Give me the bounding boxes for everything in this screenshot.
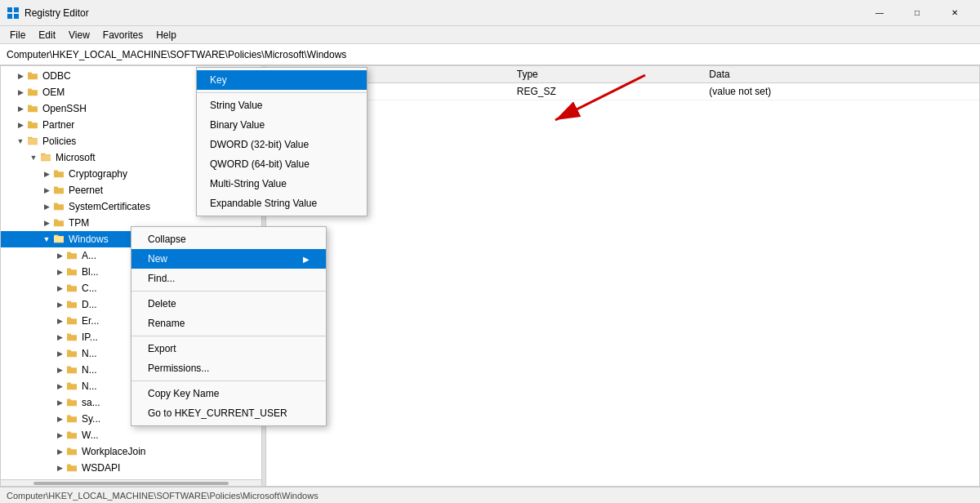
col-type[interactable]: Type (510, 66, 703, 83)
ctx-delete[interactable]: Delete (131, 294, 326, 314)
expand-workplacejoin[interactable]: ▶ (53, 447, 66, 456)
tree-label-ip: IP... (82, 332, 98, 343)
tree-item-workplacejoin[interactable]: ▶ WorkplaceJoin (1, 443, 261, 460)
ctx-export[interactable]: Export (131, 339, 326, 358)
submenu-multistring-value[interactable]: Multi-String Value (197, 174, 367, 194)
tree-item-wsdapi[interactable]: ▶ WSDAPI (1, 460, 261, 476)
ctx-goto-hkcu[interactable]: Go to HKEY_CURRENT_USER (131, 403, 326, 423)
scrollbar-thumb[interactable] (33, 482, 229, 485)
menu-bar: File Edit View Favorites Help (0, 26, 980, 44)
tree-label-n2: N... (82, 364, 97, 376)
expand-peernet[interactable]: ▶ (40, 186, 53, 194)
submenu-qword-value[interactable]: QWORD (64-bit) Value (197, 154, 367, 174)
table-row[interactable]: ab (Default) REG_SZ (value not set) (266, 83, 979, 100)
expand-sa[interactable]: ▶ (53, 398, 66, 407)
expand-microsoft[interactable]: ▼ (27, 154, 40, 162)
expand-er[interactable]: ▶ (53, 317, 66, 325)
submenu-string-value[interactable]: String Value (197, 96, 367, 115)
folder-icon-a (66, 250, 79, 262)
expand-d[interactable]: ▶ (53, 300, 66, 309)
col-data[interactable]: Data (702, 66, 979, 83)
tree-label-c: C... (82, 283, 97, 294)
folder-icon-bl (66, 266, 79, 278)
expand-w[interactable]: ▶ (53, 431, 66, 439)
submenu-expandable-value-label: Expandable String Value (210, 198, 317, 209)
expand-tpm[interactable]: ▶ (40, 219, 53, 227)
menu-edit[interactable]: Edit (32, 28, 62, 42)
ctx-permissions[interactable]: Permissions... (131, 358, 326, 378)
tree-label-w: W... (82, 430, 99, 441)
tree-label-oem: OEM (42, 87, 65, 98)
address-bar: Computer\HKEY_LOCAL_MACHINE\SOFTWARE\Pol… (0, 44, 980, 65)
expand-a[interactable]: ▶ (53, 252, 66, 260)
submenu: Key String Value Binary Value DWORD (32-… (196, 67, 368, 216)
tree-label-windows: Windows (69, 234, 109, 245)
expand-partner[interactable]: ▶ (14, 121, 27, 129)
expand-sy[interactable]: ▶ (53, 415, 66, 423)
ctx-find[interactable]: Find... (131, 269, 326, 288)
expand-bl[interactable]: ▶ (53, 268, 66, 276)
svg-rect-2 (7, 14, 12, 19)
ctx-copy-key-name-label: Copy Key Name (148, 388, 219, 399)
close-button[interactable]: ✕ (936, 0, 973, 26)
folder-icon-policies (27, 136, 40, 148)
ctx-copy-key-name[interactable]: Copy Key Name (131, 384, 326, 403)
ctx-collapse-label: Collapse (148, 234, 186, 245)
tree-label-d: D... (82, 299, 97, 310)
ctx-goto-hkcu-label: Go to HKEY_CURRENT_USER (148, 407, 287, 419)
expand-oem[interactable]: ▶ (14, 88, 27, 96)
tree-label-partner: Partner (42, 119, 74, 131)
submenu-key[interactable]: Key (197, 70, 367, 90)
expand-windows[interactable]: ▼ (40, 235, 53, 243)
maximize-button[interactable]: □ (898, 0, 936, 26)
folder-icon-sy (66, 413, 79, 425)
tree-label-n1: N... (82, 348, 97, 359)
folder-icon-c (66, 283, 79, 295)
ctx-delete-label: Delete (148, 298, 176, 309)
minimize-button[interactable]: — (861, 0, 898, 26)
tree-label-a: A... (82, 250, 96, 261)
expand-cryptography[interactable]: ▶ (40, 170, 53, 178)
submenu-binary-value[interactable]: Binary Value (197, 115, 367, 135)
expand-wsdapi[interactable]: ▶ (53, 464, 66, 472)
folder-icon-ip (66, 332, 79, 344)
title-bar-left: Registry Editor (7, 7, 89, 20)
ctx-collapse[interactable]: Collapse (131, 229, 326, 249)
ctx-find-label: Find... (148, 273, 175, 284)
expand-systemcerts[interactable]: ▶ (40, 203, 53, 211)
expand-n3[interactable]: ▶ (53, 382, 66, 390)
folder-icon-partner (27, 119, 40, 131)
expand-c[interactable]: ▶ (53, 284, 66, 292)
ctx-rename[interactable]: Rename (131, 314, 326, 333)
tree-label-sa: sa... (82, 397, 100, 408)
expand-openssh[interactable]: ▶ (14, 105, 27, 113)
folder-icon-d (66, 299, 79, 311)
registry-table: Name Type Data ab (Default) REG_SZ (valu… (266, 66, 979, 100)
menu-help[interactable]: Help (149, 28, 183, 42)
tree-label-bl: Bl... (82, 266, 99, 278)
submenu-expandable-value[interactable]: Expandable String Value (197, 194, 367, 213)
expand-odbc[interactable]: ▶ (14, 72, 27, 80)
menu-file[interactable]: File (3, 28, 32, 42)
tree-label-cryptography: Cryptography (69, 168, 127, 180)
menu-view[interactable]: View (62, 28, 96, 42)
folder-icon-n2 (66, 364, 79, 376)
folder-icon-windows (53, 234, 66, 246)
detail-panel: Name Type Data ab (Default) REG_SZ (valu… (266, 66, 979, 486)
expand-ip[interactable]: ▶ (53, 333, 66, 341)
ctx-sep3 (131, 381, 326, 381)
folder-icon-systemcerts (53, 201, 66, 213)
ctx-new[interactable]: New ▶ (131, 249, 326, 269)
expand-n1[interactable]: ▶ (53, 349, 66, 358)
submenu-dword-value[interactable]: DWORD (32-bit) Value (197, 135, 367, 154)
tree-label-n3: N... (82, 381, 97, 392)
app-icon (7, 7, 20, 20)
submenu-sep1 (197, 92, 367, 93)
tree-item-w[interactable]: ▶ W... (1, 427, 261, 443)
expand-policies[interactable]: ▼ (14, 137, 27, 145)
menu-favorites[interactable]: Favorites (96, 28, 149, 42)
expand-n2[interactable]: ▶ (53, 366, 66, 374)
folder-icon-openssh (27, 103, 40, 115)
folder-icon-wsdapi (66, 462, 79, 474)
window-controls: — □ ✕ (861, 0, 973, 26)
